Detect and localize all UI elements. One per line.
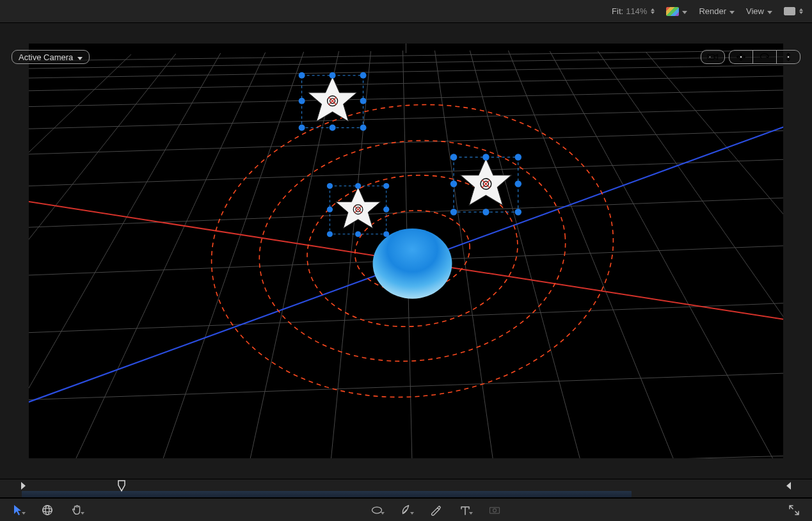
pen-tool[interactable] [399,502,414,518]
shape-tool[interactable] [369,502,385,518]
svg-line-13 [29,455,783,458]
canvas-bottom-toolbar [0,498,812,521]
svg-point-53 [327,183,333,189]
chevron-down-icon [767,6,772,16]
svg-point-71 [482,209,489,215]
3d-transform-tool[interactable] [40,502,55,518]
pan-view-button[interactable] [729,50,752,64]
fit-zoom-control[interactable]: Fit: 114% [612,6,655,16]
viewer-top-toolbar: Fit: 114% Render View [0,0,812,23]
view-control-group [701,50,800,64]
svg-line-15 [29,53,221,458]
layout-icon [784,7,795,15]
text-tool[interactable] [458,502,473,518]
scrub-track[interactable] [20,479,792,497]
app-root: Fit: 114% Render View [0,0,812,521]
pan-tool-options[interactable] [81,512,84,515]
scene-svg [29,44,783,458]
svg-rect-84 [490,507,499,513]
svg-point-43 [330,125,336,131]
star-object-1[interactable] [299,72,367,131]
render-label: Render [699,6,726,16]
svg-point-67 [450,154,457,160]
fit-value: 114% [626,6,647,16]
svg-rect-75 [708,54,715,60]
svg-point-81 [45,505,49,515]
svg-point-59 [327,207,333,212]
view-menu[interactable]: View [746,6,772,16]
svg-point-83 [405,509,406,510]
viewport[interactable] [29,44,783,458]
svg-point-80 [43,508,52,512]
paint-stroke-tool[interactable] [428,502,443,518]
center-sphere[interactable] [373,228,452,299]
stepper-icon [651,8,655,14]
svg-point-44 [360,125,367,131]
color-channel-dropdown[interactable] [666,6,687,16]
chevron-down-icon [77,52,83,62]
svg-marker-48 [336,187,381,228]
svg-line-24 [550,51,783,458]
layout-picker[interactable] [784,7,803,15]
pen-tool-options[interactable] [410,512,414,515]
svg-point-58 [383,231,389,237]
svg-line-4 [29,76,783,92]
orbit-view-button[interactable] [752,50,777,64]
svg-line-12 [29,372,783,401]
svg-point-74 [515,180,521,187]
svg-point-40 [330,72,336,79]
svg-point-79 [43,505,52,515]
svg-line-11 [29,302,783,334]
shape-tool-options[interactable] [381,512,385,515]
select-tool-options[interactable] [22,512,26,515]
svg-point-45 [299,98,305,104]
svg-point-69 [515,154,521,160]
svg-point-78 [788,56,789,58]
svg-marker-34 [308,77,357,122]
svg-point-56 [327,231,333,237]
rainbow-swatch-icon [666,7,679,16]
svg-point-70 [450,209,457,215]
svg-point-68 [482,154,489,160]
camera-view-button[interactable] [701,50,725,64]
camera-select-dropdown[interactable]: Active Camera [12,50,90,64]
render-menu[interactable]: Render [699,6,735,16]
svg-point-76 [710,56,711,58]
svg-point-42 [299,125,305,131]
svg-point-72 [515,209,521,215]
fullscreen-toggle[interactable] [786,502,802,518]
svg-marker-62 [461,159,512,205]
svg-point-77 [740,56,742,58]
svg-point-54 [355,183,361,189]
svg-line-25 [598,51,783,426]
canvas-area: Active Camera [0,23,812,479]
svg-point-73 [450,180,457,187]
pan-tool[interactable] [69,502,84,518]
svg-line-6 [29,108,783,130]
svg-point-85 [493,508,496,511]
select-tool[interactable] [10,502,26,518]
clip-region [22,491,632,497]
svg-point-41 [360,72,367,79]
svg-line-26 [29,54,176,401]
svg-point-57 [355,231,361,237]
svg-line-17 [157,52,304,458]
chevron-down-icon [729,6,735,16]
chevron-down-icon [681,6,687,16]
mini-timeline[interactable] [0,479,812,498]
fit-label: Fit: [612,6,623,16]
mask-tool[interactable] [487,502,502,518]
star-object-3[interactable] [450,154,521,215]
dolly-view-button[interactable] [777,50,800,64]
svg-point-46 [360,98,367,104]
camera-select-label: Active Camera [19,52,73,62]
view-label: View [746,6,764,16]
svg-line-7 [29,130,783,156]
svg-point-39 [299,72,305,79]
text-tool-options[interactable] [469,512,473,515]
svg-point-55 [383,183,389,189]
stepper-icon [799,8,803,14]
svg-point-60 [383,207,389,212]
playhead[interactable] [117,480,126,493]
star-object-2[interactable] [327,183,389,237]
